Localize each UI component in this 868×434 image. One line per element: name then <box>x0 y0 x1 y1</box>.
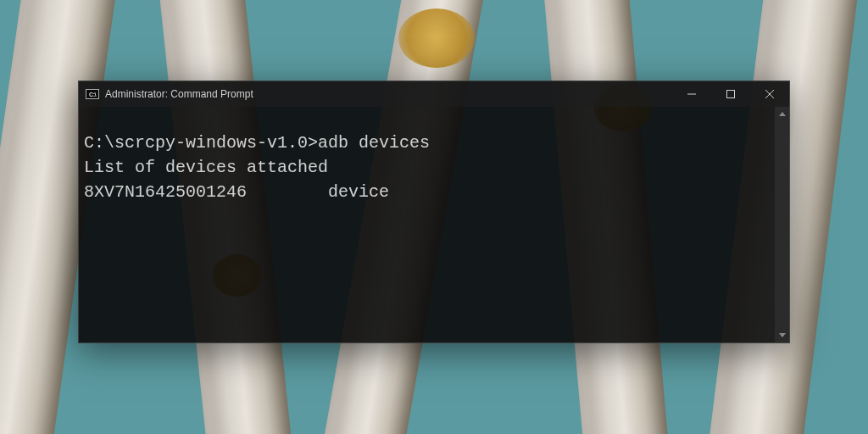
minimize-button[interactable] <box>672 81 711 107</box>
terminal-body: C:\scrcpy-windows-v1.0>adb devices List … <box>79 107 789 342</box>
wallpaper-lichen <box>398 8 475 68</box>
svg-rect-1 <box>727 91 735 98</box>
maximize-button[interactable] <box>711 81 750 107</box>
scroll-up-button[interactable] <box>775 107 789 121</box>
close-icon <box>765 90 774 98</box>
maximize-icon <box>726 90 735 98</box>
command-text: adb devices <box>318 133 430 153</box>
prompt-path: C:\scrcpy-windows-v1.0> <box>84 133 318 153</box>
cmd-icon: C:\ <box>86 89 99 99</box>
scroll-track[interactable] <box>775 121 789 328</box>
terminal-output[interactable]: C:\scrcpy-windows-v1.0>adb devices List … <box>79 107 775 342</box>
device-serial: 8XV7N16425001246 <box>84 182 247 202</box>
command-prompt-window[interactable]: C:\ Administrator: Command Prompt C:\scr… <box>78 81 790 343</box>
device-status: device <box>328 182 389 202</box>
vertical-scrollbar[interactable] <box>775 107 789 342</box>
titlebar[interactable]: C:\ Administrator: Command Prompt <box>79 81 789 107</box>
scroll-down-button[interactable] <box>775 328 789 342</box>
chevron-down-icon <box>779 333 786 337</box>
window-title: Administrator: Command Prompt <box>105 88 253 100</box>
output-header: List of devices attached <box>84 158 328 177</box>
minimize-icon <box>687 90 696 98</box>
close-button[interactable] <box>750 81 789 107</box>
chevron-up-icon <box>779 112 786 116</box>
